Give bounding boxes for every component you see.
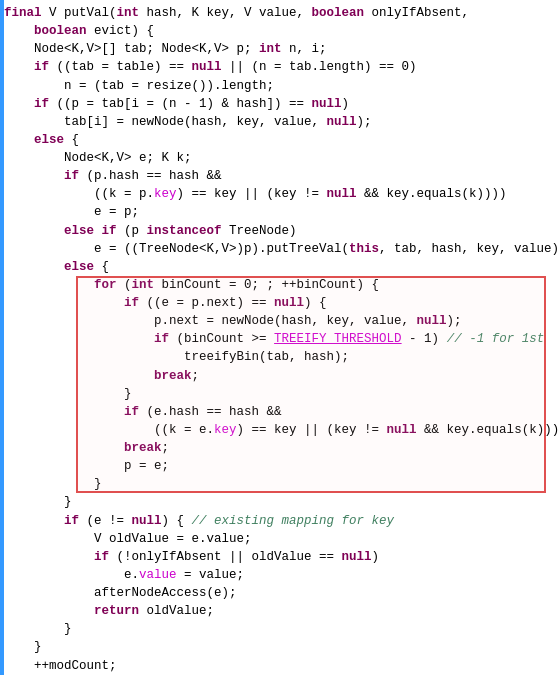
token: n, i; — [282, 40, 327, 58]
line-32: afterNodeAccess(e); — [0, 584, 560, 602]
token: for — [94, 276, 117, 294]
token: n = (tab = resize()).length; — [64, 77, 274, 95]
token: (!onlyIfAbsent || oldValue == — [109, 548, 342, 566]
line-indent — [4, 258, 64, 276]
line-3: if ((tab = table) == null || (n = tab.le… — [0, 58, 560, 76]
token: && key.equals(k)))) — [417, 421, 560, 439]
token: ) — [372, 548, 380, 566]
token: ((k = e. — [154, 421, 214, 439]
token: boolean — [312, 4, 365, 22]
line-20: break; — [0, 367, 560, 385]
line-indent — [4, 40, 34, 58]
line-29: V oldValue = e.value; — [0, 530, 560, 548]
token: ) == key || (key != — [237, 421, 387, 439]
line-indent — [4, 530, 94, 548]
line-indent — [4, 58, 34, 76]
line-33: return oldValue; — [0, 602, 560, 620]
line-26: } — [0, 475, 560, 493]
token: ( — [117, 276, 132, 294]
token: int — [117, 4, 140, 22]
token: } — [34, 638, 42, 656]
line-21: } — [0, 385, 560, 403]
token: oldValue; — [139, 602, 214, 620]
line-indent — [4, 566, 124, 584]
token: if — [102, 222, 117, 240]
token: if — [154, 330, 169, 348]
line-7: else { — [0, 131, 560, 149]
token: key — [154, 185, 177, 203]
line-1: boolean evict) { — [0, 22, 560, 40]
code-container: final V putVal(int hash, K key, V value,… — [0, 0, 560, 675]
line-28: if (e != null) { // existing mapping for… — [0, 512, 560, 530]
line-indent — [4, 167, 64, 185]
token: // existing mapping for key — [192, 512, 395, 530]
token: - 1) — [402, 330, 447, 348]
token: int — [259, 40, 282, 58]
token: ) { — [304, 294, 327, 312]
line-6: tab[i] = newNode(hash, key, value, null)… — [0, 113, 560, 131]
token: ((e = p.next) == — [139, 294, 274, 312]
line-36: ++modCount; — [0, 657, 560, 675]
line-16: if ((e = p.next) == null) { — [0, 294, 560, 312]
token: TreeNode) — [222, 222, 297, 240]
line-indent — [4, 95, 34, 113]
token: null — [342, 548, 372, 566]
line-34: } — [0, 620, 560, 638]
token: ((k = p. — [94, 185, 154, 203]
token: instanceof — [147, 222, 222, 240]
line-11: e = p; — [0, 203, 560, 221]
line-indent — [4, 602, 94, 620]
token: , tab, hash, key, value); — [379, 240, 560, 258]
token: e = p; — [94, 203, 139, 221]
line-indent — [4, 403, 124, 421]
token: treeifyBin(tab, hash); — [184, 348, 349, 366]
token: else — [64, 258, 94, 276]
left-bar — [0, 0, 4, 675]
token: p.next = newNode(hash, key, value, — [154, 312, 417, 330]
line-indent — [4, 312, 154, 330]
token: } — [64, 493, 72, 511]
token: Node<K,V> e; K k; — [64, 149, 192, 167]
line-indent — [4, 203, 94, 221]
token: value — [139, 566, 177, 584]
line-10: ((k = p.key) == key || (key != null && k… — [0, 185, 560, 203]
token: binCount = 0; ; ++binCount) { — [154, 276, 379, 294]
token: Node<K,V>[] tab; Node<K,V> p; — [34, 40, 259, 58]
token: tab[i] = newNode(hash, key, value, — [64, 113, 327, 131]
line-indent — [4, 113, 64, 131]
token: if — [34, 95, 49, 113]
token: (e != — [79, 512, 132, 530]
line-indent — [4, 240, 94, 258]
token: null — [192, 58, 222, 76]
line-indent — [4, 421, 154, 439]
line-0: final V putVal(int hash, K key, V value,… — [0, 4, 560, 22]
token: null — [417, 312, 447, 330]
line-indent — [4, 367, 154, 385]
token: break — [154, 367, 192, 385]
line-24: break; — [0, 439, 560, 457]
token: ); — [447, 312, 462, 330]
token: // -1 for 1st — [447, 330, 545, 348]
token: break — [124, 439, 162, 457]
line-indent — [4, 185, 94, 203]
line-indent — [4, 149, 64, 167]
token: { — [64, 131, 79, 149]
token: p = e; — [124, 457, 169, 475]
token: ; — [162, 439, 170, 457]
line-27: } — [0, 493, 560, 511]
line-22: if (e.hash == hash && — [0, 403, 560, 421]
line-17: p.next = newNode(hash, key, value, null)… — [0, 312, 560, 330]
line-14: else { — [0, 258, 560, 276]
token: if — [64, 167, 79, 185]
token: (binCount >= — [169, 330, 274, 348]
token: TREEIFY_THRESHOLD — [274, 330, 402, 348]
line-indent — [4, 348, 184, 366]
line-indent — [4, 77, 64, 95]
token: if — [124, 403, 139, 421]
token: final — [4, 4, 42, 22]
token: else — [34, 131, 64, 149]
line-indent — [4, 475, 94, 493]
line-18: if (binCount >= TREEIFY_THRESHOLD - 1) /… — [0, 330, 560, 348]
line-9: if (p.hash == hash && — [0, 167, 560, 185]
token: else — [64, 222, 94, 240]
